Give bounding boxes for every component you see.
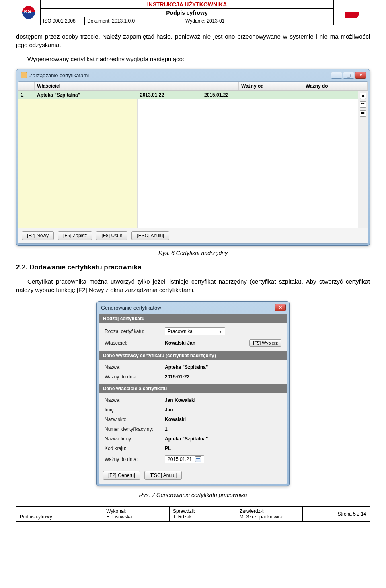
cert-list[interactable]: 2 Apteka "Szpitalna" 2013.01.22 2015.01.… xyxy=(18,91,358,228)
doc-subtitle: Podpis cyfrowy xyxy=(41,9,333,17)
cert-button-row: [F2] Nowy [F5] Zapisz [F8] Usuń [ESC] An… xyxy=(18,228,368,243)
section-issuer: Dane wystawcy certyfikatu (certyfikat na… xyxy=(99,351,287,360)
o-valid-value: 2015.01.21 xyxy=(168,456,192,462)
doc-issue: Wydanie: 2013-01 xyxy=(183,17,281,25)
o-last-value: Kowalski xyxy=(165,417,245,422)
o-country-label: Kod kraju: xyxy=(105,446,165,451)
issuer-name-value: Apteka "Szpitalna" xyxy=(165,364,245,370)
cert-window-title: Zarządzanie certyfikatami xyxy=(29,72,89,78)
tree-icon[interactable]: ☵ xyxy=(360,101,366,108)
kind-combo[interactable]: Pracownika ▼ xyxy=(165,327,225,335)
paragraph-2: Wygenerowany certyfikat nadrzędny wygląd… xyxy=(16,55,370,63)
list-icon[interactable]: ☰ xyxy=(360,110,366,117)
o-country-value: PL xyxy=(165,446,245,451)
cert-row-owner: Apteka "Szpitalna" xyxy=(35,92,138,98)
section-2-2-heading: 2.2. Dodawanie certyfikatu pracownika xyxy=(16,263,370,271)
footer-left: Podpis cyfrowy xyxy=(16,507,103,521)
cert-row-num: 2 xyxy=(18,92,35,98)
kind-label: Rodzaj certyfikatu: xyxy=(105,329,165,334)
o-name-value: Jan Kowalski xyxy=(165,397,245,403)
app-icon xyxy=(21,72,27,78)
footer-approved: Zatwierdził: M. Szczepankiewicz xyxy=(236,507,303,521)
chevron-down-icon: ▼ xyxy=(218,329,222,334)
o-first-value: Jan xyxy=(165,407,245,413)
paragraph-3: Certyfikat pracownika można utworzyć tyl… xyxy=(16,277,370,294)
dialog-button-row: [F2] Generuj [ESC] Anuluj xyxy=(99,468,287,480)
f2-new-button[interactable]: [F2] Nowy xyxy=(22,231,54,240)
section-kind: Rodzaj certyfikatu xyxy=(99,314,287,323)
owner-label: Właściciel: xyxy=(105,340,165,346)
doc-info-row: ISO 9001:2008 Dokument: 2013.1.0.0 Wydan… xyxy=(41,17,333,25)
gen-dialog-title: Generowanie certyfikatów xyxy=(101,305,161,311)
figure-7-caption: Rys. 7 Generowanie certyfikatu pracownik… xyxy=(16,492,370,498)
flag-cell xyxy=(333,0,370,25)
o-id-label: Numer identyfikacyjny: xyxy=(105,426,165,432)
doc-title: INSTRUKCJA UŻYTKOWNIKA xyxy=(41,0,333,9)
window-controls: — ▢ ✕ xyxy=(331,72,366,79)
section-owner-data: Dane właściciela certyfikatu xyxy=(99,384,287,393)
figure-6-caption: Rys. 6 Certyfikat nadrzędny xyxy=(16,250,370,256)
doc-number: Dokument: 2013.1.0.0 xyxy=(85,17,183,25)
ks-logo-text: KS xyxy=(24,8,31,14)
f2-generate-button[interactable]: [F2] Generuj xyxy=(103,471,140,480)
calendar-icon[interactable] xyxy=(195,456,201,462)
doc-iso: ISO 9001:2008 xyxy=(41,17,85,25)
issuer-valid-label: Ważny do dnia: xyxy=(105,374,165,380)
o-company-label: Nazwa firmy: xyxy=(105,436,165,442)
col-valid-from: Ważny od xyxy=(239,82,303,90)
o-last-label: Nazwisko: xyxy=(105,417,165,422)
cert-mgmt-window: Zarządzanie certyfikatami — ▢ ✕ Właścici… xyxy=(16,69,370,246)
col-owner: Właściciel xyxy=(35,82,239,90)
f5-pick-button[interactable]: [F5] Wybierz xyxy=(249,339,281,347)
f5-save-button[interactable]: [F5] Zapisz xyxy=(58,231,92,240)
poland-flag-icon xyxy=(345,7,359,18)
o-first-label: Imię: xyxy=(105,407,165,413)
doc-header: KS INSTRUKCJA UŻYTKOWNIKA Podpis cyfrowy… xyxy=(16,0,370,25)
o-company-value: Apteka "Szpitalna" xyxy=(165,436,245,442)
col-valid-to: Ważny do xyxy=(303,82,368,90)
kind-value: Pracownika xyxy=(168,329,193,334)
delete-icon[interactable]: ✖ xyxy=(360,93,366,99)
ks-logo: KS xyxy=(21,5,36,20)
close-button[interactable]: ✕ xyxy=(355,72,366,79)
o-valid-date-field[interactable]: 2015.01.21 xyxy=(165,455,204,463)
dialog-close-button[interactable]: ✕ xyxy=(275,304,286,311)
esc-cancel-dialog-button[interactable]: [ESC] Anuluj xyxy=(144,471,182,480)
o-name-label: Nazwa: xyxy=(105,397,165,403)
cert-row-to: 2015.01.22 xyxy=(202,92,266,98)
ks-logo-cell: KS xyxy=(16,0,41,25)
doc-footer: Podpis cyfrowy Wykonał: E. Lisowska Spra… xyxy=(16,506,370,522)
footer-checked: Sprawdził: T. Rdzak xyxy=(170,507,236,521)
cert-row[interactable]: 2 Apteka "Szpitalna" 2013.01.22 2015.01.… xyxy=(18,91,358,99)
issuer-valid-value: 2015-01-22 xyxy=(165,374,245,380)
footer-author: Wykonał: E. Lisowska xyxy=(103,507,170,521)
f8-delete-button[interactable]: [F8] Usuń xyxy=(96,231,127,240)
footer-page: Strona 5 z 14 xyxy=(303,507,370,521)
cert-table-header: Właściciel Ważny od Ważny do xyxy=(18,82,368,91)
paragraph-1: dostępem przez osoby trzecie. Należy zap… xyxy=(16,32,370,49)
owner-value: Kowalski Jan xyxy=(165,340,245,346)
side-toolbar: ✖ ☵ ☰ xyxy=(358,91,368,228)
maximize-button[interactable]: ▢ xyxy=(343,72,354,79)
generate-cert-dialog: Generowanie certyfikatów ✕ Rodzaj certyf… xyxy=(96,301,290,486)
minimize-button[interactable]: — xyxy=(331,72,342,79)
issuer-name-label: Nazwa: xyxy=(105,364,165,370)
cert-row-from: 2013.01.22 xyxy=(138,92,202,98)
o-valid-label: Ważny do dnia: xyxy=(105,456,165,462)
o-id-value: 1 xyxy=(165,426,245,432)
esc-cancel-button[interactable]: [ESC] Anuluj xyxy=(131,231,169,240)
